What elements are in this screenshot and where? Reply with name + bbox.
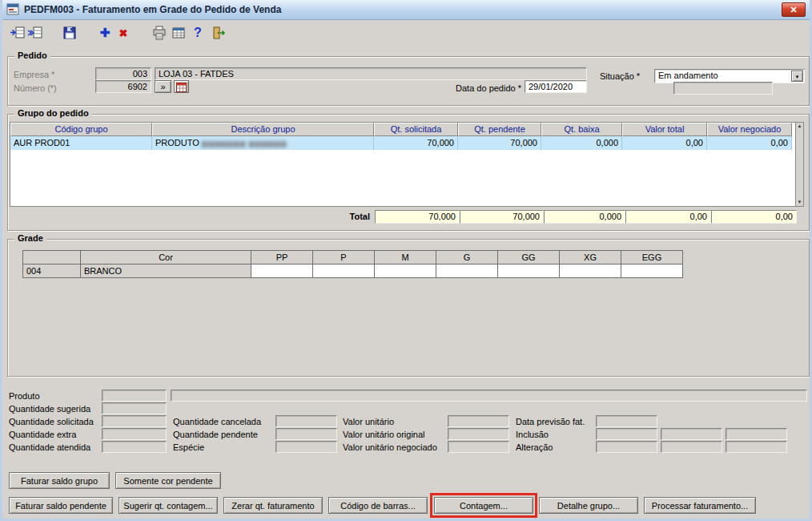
grade-size-cell-g[interactable] bbox=[436, 265, 498, 278]
add-icon[interactable]: ✚ bbox=[95, 23, 115, 42]
chevron-down-icon[interactable]: ▼ bbox=[791, 71, 803, 82]
quantidade-sugerida-field[interactable] bbox=[102, 402, 167, 414]
produto-desc-field[interactable] bbox=[171, 390, 807, 402]
grade-header-blank bbox=[23, 251, 81, 265]
grade-header-xg: XG bbox=[560, 251, 621, 265]
close-button[interactable]: ✕ bbox=[782, 2, 806, 17]
fetch-records-icon[interactable] bbox=[25, 23, 44, 42]
grade-row-color-cell[interactable]: BRANCO bbox=[81, 265, 251, 278]
inclusao-time-field[interactable] bbox=[661, 428, 722, 440]
contagem-button[interactable]: Contagem... bbox=[434, 497, 533, 514]
descricao-prefix: PRODUTO bbox=[155, 138, 202, 147]
valor-unitario-negociado-label: Valor unitário negociado bbox=[343, 442, 437, 452]
quantidade-sugerida-label: Quantidade sugerida bbox=[9, 404, 90, 414]
grade-size-cell-gg[interactable] bbox=[498, 265, 560, 278]
sugerir-qt-contagem-button[interactable]: Sugerir qt. contagem... bbox=[119, 497, 218, 514]
empresa-name-field[interactable]: LOJA 03 - FATDES bbox=[155, 67, 587, 80]
fetch-record-icon[interactable] bbox=[7, 23, 26, 42]
table-row-valor-total-cell[interactable]: 0,00 bbox=[622, 136, 707, 150]
table-row-qt-solicitada-cell[interactable]: 70,000 bbox=[374, 136, 458, 150]
grade-header-cor: Cor bbox=[81, 251, 251, 265]
quantidade-solicitada-field[interactable] bbox=[102, 415, 167, 427]
quantidade-atendida-label: Quantidade atendida bbox=[9, 442, 90, 452]
valor-unitario-field[interactable] bbox=[448, 415, 509, 427]
column-header-valor-total[interactable]: Valor total bbox=[622, 123, 707, 136]
column-header-codigo[interactable]: Código grupo bbox=[10, 123, 152, 136]
table-icon[interactable] bbox=[169, 23, 188, 42]
quantidade-pendente-field[interactable] bbox=[275, 428, 337, 440]
valor-unitario-original-field[interactable] bbox=[448, 428, 509, 440]
vertical-scrollbar[interactable]: ▲ ▼ bbox=[795, 123, 803, 206]
numero-field[interactable]: 6902 bbox=[95, 80, 151, 93]
grade-table: Cor PP P M G GG XG EGG 004 BRANCO bbox=[22, 250, 683, 278]
situacao-extra-field[interactable] bbox=[673, 82, 773, 95]
data-pedido-field[interactable]: 29/01/2020 bbox=[525, 80, 587, 93]
quantidade-atendida-field[interactable] bbox=[102, 441, 167, 453]
inclusao-user-field[interactable] bbox=[726, 428, 787, 440]
lookup-table-icon[interactable] bbox=[174, 80, 189, 93]
total-qt-solicitada: 70,000 bbox=[375, 210, 460, 224]
grade-size-cell-xg[interactable] bbox=[560, 265, 621, 278]
valor-unitario-original-label: Valor unitário original bbox=[343, 430, 425, 439]
column-header-descricao[interactable]: Descrição grupo bbox=[152, 123, 374, 136]
grade-size-cell-egg[interactable] bbox=[621, 265, 683, 278]
zerar-qt-faturamento-button[interactable]: Zerar qt. faturamento bbox=[223, 497, 323, 514]
app-icon bbox=[6, 3, 19, 16]
print-icon[interactable] bbox=[150, 23, 169, 42]
grupo-table: Código grupo Descrição grupo Qt. solicit… bbox=[10, 122, 804, 207]
exit-icon[interactable] bbox=[209, 23, 228, 42]
table-row-descricao-cell[interactable]: PRODUTO ▆▆▆▆▆▆▆ ▆▆▆▆▆▆ bbox=[152, 136, 374, 150]
help-icon[interactable]: ? bbox=[188, 23, 207, 42]
save-icon[interactable] bbox=[60, 23, 79, 42]
data-pedido-label: Data do pedido * bbox=[456, 83, 521, 93]
detalhe-grupo-button[interactable]: Detalhe grupo... bbox=[539, 497, 638, 514]
processar-faturamento-button[interactable]: Processar faturamento... bbox=[644, 497, 756, 514]
grade-legend: Grade bbox=[14, 233, 46, 243]
grade-header-egg: EGG bbox=[621, 251, 683, 265]
grupo-total-row: Total 70,000 70,000 0,000 0,00 0,00 bbox=[10, 210, 797, 224]
more-button[interactable]: » bbox=[155, 80, 171, 93]
table-row-qt-pendente-cell[interactable]: 70,000 bbox=[458, 136, 541, 150]
scroll-down-icon[interactable]: ▼ bbox=[796, 199, 803, 206]
valor-unitario-label: Valor unitário bbox=[343, 417, 394, 426]
column-header-valor-negociado[interactable]: Valor negociado bbox=[707, 123, 792, 136]
valor-unitario-negociado-field[interactable] bbox=[448, 441, 509, 453]
situacao-label: Situação * bbox=[600, 71, 640, 81]
table-row-codigo-cell[interactable]: AUR PROD01 bbox=[10, 136, 152, 150]
especie-label: Espécie bbox=[173, 442, 204, 452]
scroll-up-icon[interactable]: ▲ bbox=[796, 123, 803, 130]
descricao-redacted: ▆▆▆▆▆▆▆ ▆▆▆▆▆▆ bbox=[202, 139, 287, 147]
grade-size-cell-p[interactable] bbox=[313, 265, 375, 278]
empresa-code-field[interactable]: 003 bbox=[95, 67, 151, 80]
total-valor-total: 0,00 bbox=[625, 210, 711, 224]
grade-row-code-cell[interactable]: 004 bbox=[23, 265, 81, 278]
grade-header-p: P bbox=[313, 251, 375, 265]
codigo-de-barras-button[interactable]: Código de barras... bbox=[328, 497, 428, 514]
inclusao-date-field[interactable] bbox=[596, 428, 657, 440]
grade-header-m: M bbox=[375, 251, 436, 265]
alteracao-date-field[interactable] bbox=[596, 441, 657, 453]
alteracao-time-field[interactable] bbox=[661, 441, 722, 453]
grupo-legend: Grupo do pedido bbox=[14, 108, 92, 118]
faturar-saldo-pendente-button[interactable]: Faturar saldo pendente bbox=[9, 497, 113, 514]
somente-cor-pendente-button[interactable]: Somente cor pendente bbox=[115, 472, 221, 489]
quantidade-extra-field[interactable] bbox=[102, 428, 167, 440]
empresa-label: Empresa * bbox=[14, 70, 54, 79]
produto-code-field[interactable] bbox=[102, 390, 167, 402]
alteracao-user-field[interactable] bbox=[726, 441, 787, 453]
column-header-qt-solicitada[interactable]: Qt. solicitada bbox=[374, 123, 458, 136]
column-header-qt-baixa[interactable]: Qt. baixa bbox=[541, 123, 622, 136]
table-row-qt-baixa-cell[interactable]: 0,000 bbox=[541, 136, 622, 150]
alteracao-label: Alteração bbox=[516, 442, 553, 452]
delete-icon[interactable]: ✖ bbox=[114, 23, 133, 42]
data-previsao-label: Data previsão fat. bbox=[516, 417, 585, 426]
especie-field[interactable] bbox=[275, 441, 337, 453]
quantidade-cancelada-field[interactable] bbox=[275, 415, 337, 427]
data-previsao-field[interactable] bbox=[596, 415, 657, 427]
grade-size-cell-m[interactable] bbox=[375, 265, 436, 278]
window-title: PEDFM003 - Faturamento em Grade do Pedid… bbox=[24, 4, 281, 15]
grade-size-cell-pp[interactable] bbox=[251, 265, 313, 278]
column-header-qt-pendente[interactable]: Qt. pendente bbox=[458, 123, 541, 136]
table-row-valor-negociado-cell[interactable]: 0,00 bbox=[707, 136, 792, 150]
faturar-saldo-grupo-button[interactable]: Faturar saldo grupo bbox=[9, 472, 110, 489]
